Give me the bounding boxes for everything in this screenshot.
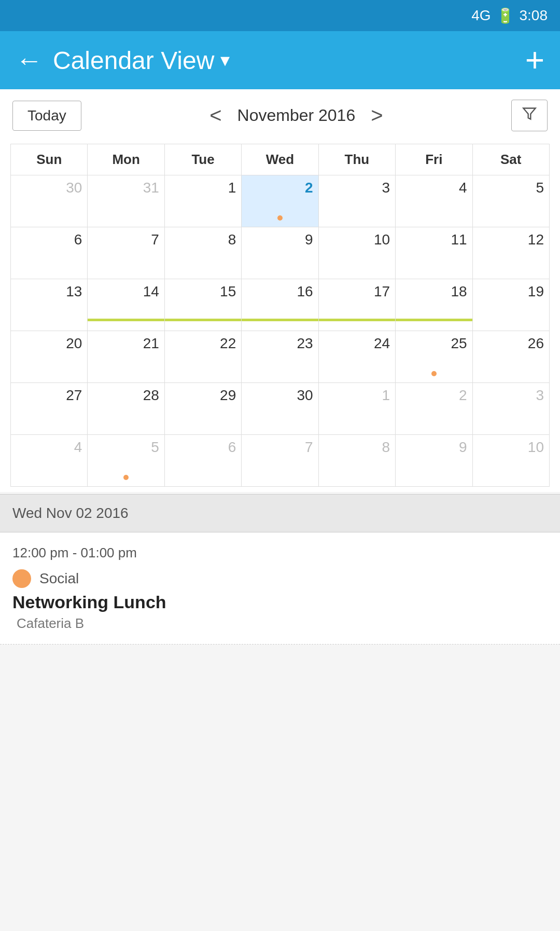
calendar-day[interactable]: 17 [318,279,395,331]
day-number: 11 [451,231,467,248]
back-button[interactable]: ← [16,45,43,76]
calendar-day[interactable]: 3 [318,175,395,227]
prev-month-button[interactable]: < [204,104,227,127]
calendar-day[interactable]: 9 [396,435,472,487]
calendar-day[interactable]: 12 [472,227,549,279]
filter-button[interactable] [511,100,548,131]
day-number: 20 [66,335,82,351]
calendar-day[interactable]: 8 [164,227,241,279]
calendar-day[interactable]: 22 [164,331,241,383]
calendar-day[interactable]: 7 [242,435,318,487]
calendar-container: Today < November 2016 > SunMonTueWedThuF… [0,89,560,492]
event-location: Cafateria B [12,615,548,632]
event-bar [396,319,472,321]
calendar-day[interactable]: 1 [164,175,241,227]
event-bar [165,319,241,321]
calendar-day[interactable]: 30 [242,383,318,435]
calendar-day[interactable]: 28 [88,383,164,435]
calendar-day[interactable]: 29 [164,383,241,435]
weekday-thu: Thu [318,144,395,175]
event-time: 12:00 pm - 01:00 pm [12,545,548,561]
event-item[interactable]: 12:00 pm - 01:00 pm Social Networking Lu… [0,532,560,645]
calendar-day[interactable]: 2 [242,175,318,227]
calendar-day[interactable]: 11 [396,227,472,279]
app-bar-left: ← Calendar View ▾ [16,45,230,76]
status-bar: 4G 🔋 3:08 [0,0,560,31]
calendar-nav: Today < November 2016 > [10,100,550,131]
calendar-week-5: 45678910 [11,435,550,487]
day-number: 10 [528,439,544,455]
calendar-day[interactable]: 26 [472,331,549,383]
signal-indicator: 4G [471,7,491,24]
day-number: 22 [220,335,236,351]
event-bar [88,319,164,321]
calendar-day[interactable]: 16 [242,279,318,331]
nav-center: < November 2016 > [204,104,388,127]
day-number: 15 [220,283,236,299]
day-number: 7 [305,439,313,455]
app-bar-title: Calendar View ▾ [53,46,230,75]
calendar-day[interactable]: 1 [318,383,395,435]
day-number: 1 [228,180,236,196]
calendar-week-1: 6789101112 [11,227,550,279]
day-number: 1 [382,387,390,403]
calendar-day[interactable]: 19 [472,279,549,331]
time-display: 3:08 [520,7,548,24]
day-number: 30 [66,180,82,196]
day-number: 31 [143,180,159,196]
calendar-day[interactable]: 15 [164,279,241,331]
calendar-day[interactable]: 3 [472,383,549,435]
event-dot-indicator [277,215,283,221]
calendar-day[interactable]: 4 [396,175,472,227]
calendar-day[interactable]: 8 [318,435,395,487]
calendar-day[interactable]: 21 [88,331,164,383]
next-month-button[interactable]: > [366,104,388,127]
calendar-day[interactable]: 23 [242,331,318,383]
calendar-day[interactable]: 6 [11,227,88,279]
day-number: 8 [382,439,390,455]
event-bar [242,319,318,321]
calendar-day[interactable]: 5 [472,175,549,227]
day-number: 5 [151,439,159,455]
calendar-day[interactable]: 27 [11,383,88,435]
day-number: 6 [74,231,82,248]
day-number: 2 [305,180,313,196]
events-date-header: Wed Nov 02 2016 [0,494,560,532]
day-number: 26 [528,335,544,351]
status-icons: 4G 🔋 3:08 [471,7,548,24]
weekday-sun: Sun [11,144,88,175]
calendar-day[interactable]: 2 [396,383,472,435]
calendar-day[interactable]: 9 [242,227,318,279]
calendar-day[interactable]: 14 [88,279,164,331]
add-button[interactable]: + [525,44,544,77]
calendar-day[interactable]: 18 [396,279,472,331]
day-number: 2 [459,387,467,403]
events-list: 12:00 pm - 01:00 pm Social Networking Lu… [0,532,560,645]
calendar-day[interactable]: 31 [88,175,164,227]
calendar-day[interactable]: 30 [11,175,88,227]
calendar-day[interactable]: 24 [318,331,395,383]
calendar-day[interactable]: 5 [88,435,164,487]
day-number: 28 [143,387,159,403]
weekday-header-row: SunMonTueWedThuFriSat [11,144,550,175]
day-number: 24 [374,335,390,351]
calendar-day[interactable]: 25 [396,331,472,383]
calendar-day[interactable]: 13 [11,279,88,331]
weekday-tue: Tue [164,144,241,175]
calendar-day[interactable]: 20 [11,331,88,383]
weekday-sat: Sat [472,144,549,175]
calendar-day[interactable]: 4 [11,435,88,487]
day-number: 23 [297,335,313,351]
event-category: Social [12,569,548,588]
day-number: 3 [382,180,390,196]
month-year-label: November 2016 [237,106,356,125]
calendar-day[interactable]: 10 [472,435,549,487]
calendar-day[interactable]: 10 [318,227,395,279]
today-button[interactable]: Today [12,101,81,131]
title-dropdown-arrow[interactable]: ▾ [220,49,230,71]
day-number: 29 [220,387,236,403]
day-number: 18 [451,283,467,299]
calendar-day[interactable]: 6 [164,435,241,487]
day-number: 7 [151,231,159,248]
calendar-day[interactable]: 7 [88,227,164,279]
